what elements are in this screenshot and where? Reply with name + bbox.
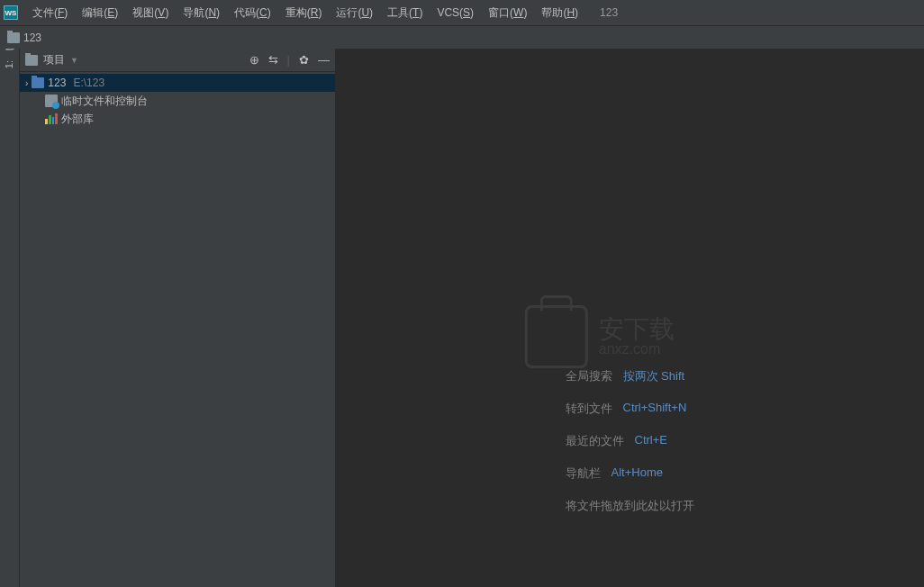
tree-path: E:\123 (73, 77, 104, 89)
menu-file[interactable]: 文件(F) (25, 2, 75, 24)
folder-icon (25, 55, 38, 66)
chevron-right-icon[interactable]: › (25, 78, 28, 88)
menu-window[interactable]: 窗口(W) (481, 2, 534, 24)
project-sidebar: 项目 ▼ ⊕ ⇆ | ✿ — › 123 E:\123 临时文件和控制台 (20, 49, 335, 587)
menu-view[interactable]: 视图(V) (125, 2, 176, 24)
left-toolwindow-gutter: 1: 项目 (0, 49, 20, 587)
app-icon: WS (4, 5, 18, 20)
library-icon (45, 113, 58, 124)
project-tree: › 123 E:\123 临时文件和控制台 外部库 (20, 72, 335, 587)
tab-project[interactable]: 1: 项目 (1, 52, 18, 74)
breadcrumb-root[interactable]: 123 (7, 32, 41, 44)
target-icon[interactable]: ⊕ (249, 53, 259, 67)
tree-label: 外部库 (61, 112, 94, 127)
breadcrumb-label: 123 (23, 32, 41, 44)
tree-label: 123 (48, 77, 66, 89)
minimize-icon[interactable]: — (318, 53, 330, 67)
main-area: 1: 项目 项目 ▼ ⊕ ⇆ | ✿ — › 123 E:\123 (0, 49, 924, 587)
folder-icon (7, 32, 20, 43)
breadcrumb-bar: 123 (0, 25, 924, 49)
divider: | (287, 53, 290, 67)
menu-refactor[interactable]: 重构(R) (278, 2, 330, 24)
bag-icon (525, 305, 588, 368)
menu-vcs[interactable]: VCS(S) (430, 3, 481, 23)
watermark-logo: 安下载 anxz.com (525, 305, 675, 368)
gear-icon[interactable]: ✿ (299, 53, 309, 67)
sidebar-title[interactable]: 项目 ▼ (25, 52, 78, 68)
tree-row-external-libs[interactable]: 外部库 (20, 110, 335, 128)
sidebar-header: 项目 ▼ ⊕ ⇆ | ✿ — (20, 49, 335, 72)
menu-help[interactable]: 帮助(H) (534, 2, 585, 24)
menubar: WS 文件(F) 编辑(E) 视图(V) 导航(N) 代码(C) 重构(R) 运… (0, 0, 924, 25)
shortcut-goto-file[interactable]: 转到文件 Ctrl+Shift+N (566, 401, 687, 417)
watermark-text: 安下载 anxz.com (599, 317, 675, 357)
sidebar-actions: ⊕ ⇆ | ✿ — (249, 53, 330, 67)
menu-navigate[interactable]: 导航(N) (176, 2, 227, 24)
chevron-down-icon: ▼ (70, 56, 78, 65)
menu-code[interactable]: 代码(C) (227, 2, 278, 24)
tree-row-scratches[interactable]: 临时文件和控制台 (20, 92, 335, 110)
window-title-project: 123 (600, 6, 618, 19)
drop-hint: 将文件拖放到此处以打开 (566, 498, 694, 514)
menu-tools[interactable]: 工具(T) (380, 2, 430, 24)
shortcut-recent-files[interactable]: 最近的文件 Ctrl+E (566, 433, 667, 449)
expand-icon[interactable]: ⇆ (268, 53, 278, 67)
menu-edit[interactable]: 编辑(E) (75, 2, 125, 24)
shortcut-search-everywhere[interactable]: 全局搜索 按两次 Shift (566, 368, 685, 384)
tree-label: 临时文件和控制台 (61, 94, 148, 109)
editor-empty-state: 安下载 anxz.com 全局搜索 按两次 Shift 转到文件 Ctrl+Sh… (335, 49, 924, 587)
scratch-icon (45, 95, 58, 107)
folder-icon (32, 77, 44, 88)
shortcut-navbar[interactable]: 导航栏 Alt+Home (566, 465, 663, 482)
tree-row-project-root[interactable]: › 123 E:\123 (20, 74, 335, 92)
menu-run[interactable]: 运行(U) (329, 2, 380, 24)
shortcuts-list: 全局搜索 按两次 Shift 转到文件 Ctrl+Shift+N 最近的文件 C… (566, 368, 694, 514)
